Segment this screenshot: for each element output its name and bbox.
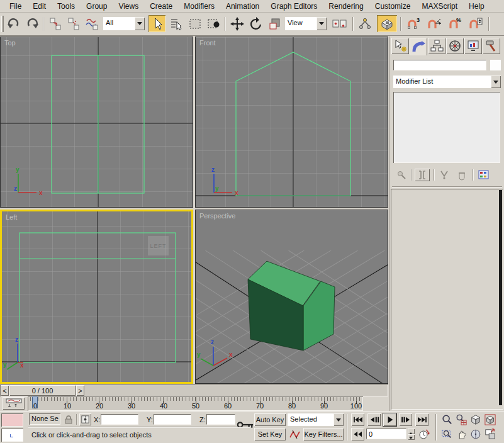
panel-scrollbar[interactable] xyxy=(499,190,502,405)
set-keys-button[interactable] xyxy=(237,420,254,431)
house-model[interactable] xyxy=(248,261,335,350)
object-name-field[interactable] xyxy=(393,60,486,70)
keyboard-shortcut-override-toggle[interactable] xyxy=(377,15,397,32)
select-and-link-button[interactable] xyxy=(47,15,64,32)
viewport-left[interactable]: Left LEFT z y x xyxy=(0,210,193,384)
key-mode-toggle-button[interactable] xyxy=(351,428,364,440)
x-coordinate-field[interactable] xyxy=(101,414,138,425)
tab-display[interactable] xyxy=(464,38,482,54)
select-and-rotate-button[interactable] xyxy=(247,15,264,32)
chevron-down-icon[interactable] xyxy=(135,17,145,30)
zoom-extents-button[interactable] xyxy=(469,413,482,426)
object-color-swatch[interactable] xyxy=(490,60,501,70)
zoom-region-button[interactable] xyxy=(440,428,453,440)
auto-key-button[interactable]: Auto Key xyxy=(254,413,286,426)
tab-motion[interactable] xyxy=(446,38,464,54)
make-unique-button[interactable] xyxy=(437,169,451,181)
default-tangent-button[interactable] xyxy=(288,428,301,440)
menu-customize[interactable]: Customize xyxy=(369,1,417,12)
select-object-button[interactable] xyxy=(148,15,165,32)
current-frame-field[interactable] xyxy=(366,429,406,439)
configure-modifier-sets-button[interactable] xyxy=(476,169,491,181)
show-end-result-button[interactable] xyxy=(415,169,430,181)
selection-filter-dropdown[interactable]: All xyxy=(103,17,145,30)
window-crossing-toggle[interactable] xyxy=(205,15,222,32)
time-step-forward-button[interactable]: > xyxy=(76,385,84,396)
time-slider-track[interactable]: < 0 / 100 > xyxy=(0,384,388,396)
percent-snap-toggle[interactable]: % xyxy=(445,15,464,32)
menu-maxscript[interactable]: MAXScript xyxy=(416,1,463,12)
menu-animation[interactable]: Animation xyxy=(220,1,265,12)
snaps-toggle-button[interactable]: 3 xyxy=(404,15,423,32)
pan-button[interactable] xyxy=(454,428,468,440)
menu-edit[interactable]: Edit xyxy=(27,1,52,12)
menu-help[interactable]: Help xyxy=(463,1,490,12)
z-coordinate-field[interactable] xyxy=(206,414,235,425)
chevron-down-icon[interactable] xyxy=(491,76,501,88)
redo-button[interactable] xyxy=(23,15,40,32)
maxscript-macro-recorder-swatch[interactable] xyxy=(1,413,23,427)
select-and-move-button[interactable] xyxy=(228,15,245,32)
menu-file[interactable]: File xyxy=(4,1,27,12)
svg-text:3: 3 xyxy=(417,17,420,23)
key-mode-dropdown[interactable]: Selected xyxy=(288,413,344,426)
reference-coordinate-system-dropdown[interactable]: View xyxy=(285,17,327,30)
zoom-all-button[interactable] xyxy=(454,413,468,426)
set-key-button[interactable]: Set Key xyxy=(254,428,286,440)
viewport-top[interactable]: Top y x z xyxy=(0,36,193,208)
pin-stack-button[interactable] xyxy=(395,169,408,181)
go-to-end-button[interactable] xyxy=(415,413,428,426)
spinner-snap-toggle[interactable] xyxy=(466,15,485,32)
zoom-extents-all-button[interactable] xyxy=(483,413,496,426)
min-max-toggle-button[interactable] xyxy=(483,428,496,440)
frame-spinner[interactable] xyxy=(408,429,415,440)
chevron-down-icon[interactable] xyxy=(333,413,344,426)
undo-button[interactable] xyxy=(5,15,22,32)
time-configuration-button[interactable] xyxy=(417,428,430,440)
menu-create[interactable]: Create xyxy=(144,1,178,12)
viewport-perspective[interactable]: Perspective z x y xyxy=(195,210,388,384)
tab-hierarchy[interactable] xyxy=(428,38,445,54)
viewport-front[interactable]: Front z x y xyxy=(195,36,388,208)
time-step-back-button[interactable]: < xyxy=(1,385,9,396)
selection-lock-toggle[interactable] xyxy=(63,414,74,425)
menu-tools[interactable]: Tools xyxy=(52,1,81,12)
toolbar-drag-handle[interactable] xyxy=(1,16,4,32)
timeline-tick-label: 70 xyxy=(252,402,267,410)
chevron-down-icon[interactable] xyxy=(316,17,327,30)
select-by-name-button[interactable] xyxy=(167,15,184,32)
menu-graph-editors[interactable]: Graph Editors xyxy=(265,1,323,12)
spinner-up-icon[interactable] xyxy=(408,429,415,434)
next-frame-button[interactable] xyxy=(399,413,412,426)
zoom-button[interactable] xyxy=(440,413,453,426)
menu-rendering[interactable]: Rendering xyxy=(323,1,369,12)
select-and-scale-button[interactable] xyxy=(266,15,283,32)
key-filters-button[interactable]: Key Filters... xyxy=(303,428,344,440)
play-animation-button[interactable] xyxy=(383,413,396,426)
remove-modifier-button[interactable] xyxy=(455,169,469,181)
use-pivot-point-center-button[interactable] xyxy=(330,15,350,32)
angle-snap-toggle[interactable] xyxy=(425,15,444,32)
time-slider-thumb[interactable]: 0 / 100 xyxy=(9,385,76,396)
tab-create[interactable] xyxy=(391,38,409,54)
absolute-offset-mode-toggle[interactable] xyxy=(79,413,91,425)
go-to-start-button[interactable] xyxy=(351,413,364,426)
unlink-selection-button[interactable] xyxy=(65,15,82,32)
tab-utilities[interactable] xyxy=(483,38,500,54)
menu-group[interactable]: Group xyxy=(81,1,113,12)
spinner-down-icon[interactable] xyxy=(408,434,415,440)
menu-views[interactable]: Views xyxy=(113,1,144,12)
modifier-stack-list[interactable] xyxy=(393,92,500,163)
panel-divider xyxy=(392,186,502,188)
rectangular-selection-region-button[interactable] xyxy=(186,15,203,32)
y-coordinate-field[interactable] xyxy=(154,414,191,425)
modifier-list-dropdown[interactable]: Modifier List xyxy=(393,76,501,88)
tab-modify[interactable] xyxy=(410,38,427,55)
maxscript-listener-swatch[interactable] xyxy=(1,429,23,442)
menu-modifiers[interactable]: Modifiers xyxy=(178,1,220,12)
select-and-manipulate-button[interactable] xyxy=(356,15,373,32)
bind-to-space-warp-button[interactable] xyxy=(83,15,100,32)
open-mini-curve-editor-button[interactable] xyxy=(3,397,25,410)
previous-frame-button[interactable] xyxy=(367,413,381,426)
arc-rotate-button[interactable] xyxy=(469,428,482,440)
